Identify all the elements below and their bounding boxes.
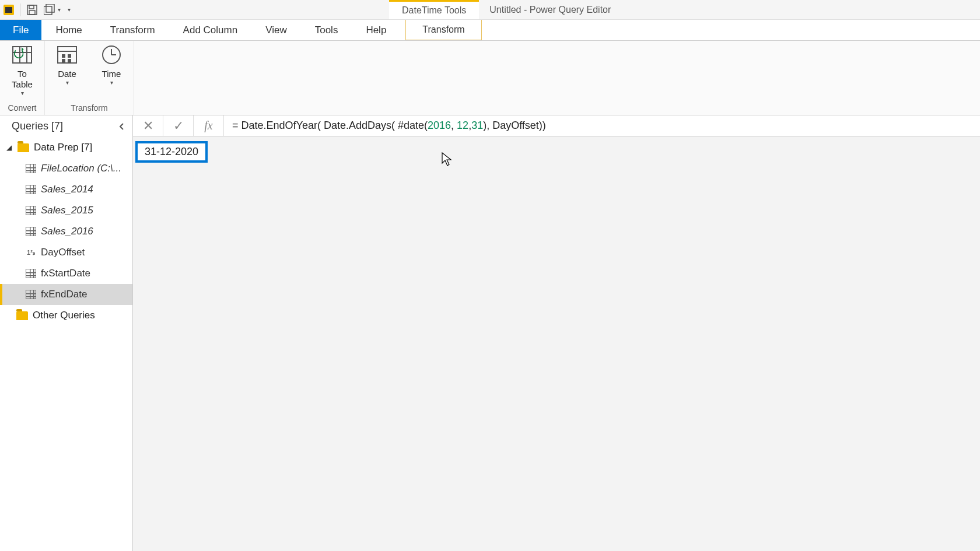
folder-data-prep[interactable]: ◢ Data Prep [7]	[0, 137, 132, 158]
query-item-fxstartdate[interactable]: fxStartDate	[0, 263, 132, 284]
chevron-down-icon: ▾	[58, 6, 61, 13]
ribbon-group-label-convert: Convert	[4, 103, 41, 115]
formula-num-2: 12	[457, 120, 468, 132]
table-icon	[26, 185, 36, 194]
chevron-down-icon: ▾	[48, 79, 86, 86]
chevron-down-icon: ▾	[4, 90, 41, 97]
to-table-label-2: Table	[12, 79, 33, 89]
table-icon	[26, 206, 36, 215]
svg-rect-1	[29, 5, 34, 9]
tab-add-column[interactable]: Add Column	[169, 20, 252, 40]
ribbon-tab-strip: File Home Transform Add Column View Tool…	[0, 20, 980, 41]
query-item-filelocation[interactable]: FileLocation (C:\...	[0, 158, 132, 179]
tab-help[interactable]: Help	[352, 20, 400, 40]
folder-expander-icon[interactable]: ◢	[5, 143, 13, 152]
time-dropdown-button[interactable]: Time ▾	[93, 43, 130, 86]
clock-icon	[102, 45, 121, 64]
to-table-button[interactable]: To Table ▾	[4, 43, 41, 97]
tab-transform[interactable]: Transform	[96, 20, 169, 40]
window-title: Untitled - Power Query Editor	[479, 5, 611, 15]
time-button-label: Time	[102, 69, 121, 79]
query-label: Sales_2015	[41, 205, 93, 216]
mouse-cursor-icon	[441, 152, 453, 169]
ribbon-group-transform: Date ▾ Time ▾ Transform	[45, 41, 134, 115]
title-center: DateTime Tools Untitled - Power Query Ed…	[74, 0, 980, 19]
queries-pane-title: Queries [7]	[12, 120, 63, 132]
save-button[interactable]	[26, 0, 38, 19]
query-label: fxStartDate	[41, 268, 90, 279]
svg-rect-3	[44, 6, 52, 15]
formula-fx-button[interactable]: fx	[194, 115, 224, 136]
date-dropdown-button[interactable]: Date ▾	[48, 43, 86, 86]
formula-commit-button[interactable]: ✓	[163, 115, 194, 136]
query-label: Sales_2014	[41, 184, 93, 195]
fx-icon: fx	[204, 119, 212, 132]
formula-text-suffix: ), DayOffset))	[483, 120, 546, 132]
table-icon	[26, 227, 36, 236]
calendar-icon	[57, 46, 77, 64]
query-item-fxenddate[interactable]: fxEndDate	[0, 284, 132, 305]
table-icon	[26, 164, 36, 173]
svg-rect-2	[29, 10, 35, 15]
tab-file[interactable]: File	[0, 20, 41, 40]
ribbon-group-convert: To Table ▾ Convert	[0, 41, 45, 115]
qat-separator	[20, 3, 20, 16]
query-item-sales-2014[interactable]: Sales_2014	[0, 179, 132, 200]
folder-icon	[18, 143, 29, 152]
date-button-label: Date	[58, 69, 76, 79]
context-tools-title: DateTime Tools	[389, 0, 479, 19]
tab-context-transform[interactable]: Transform	[405, 20, 481, 40]
folder-label: Data Prep [7]	[34, 142, 92, 153]
check-icon: ✓	[173, 118, 184, 134]
folder-icon	[16, 311, 28, 320]
formula-bar: ✕ ✓ fx = Date.EndOfYear( Date.AddDays( #…	[133, 115, 980, 136]
main-area: ✕ ✓ fx = Date.EndOfYear( Date.AddDays( #…	[133, 115, 980, 551]
query-item-sales-2016[interactable]: Sales_2016	[0, 221, 132, 242]
tab-tools[interactable]: Tools	[301, 20, 352, 40]
folder-other-queries[interactable]: Other Queries	[0, 305, 132, 326]
formula-num-3: 31	[471, 120, 483, 132]
to-table-label-1: To	[18, 69, 27, 79]
query-label: fxEndDate	[41, 289, 87, 300]
title-bar: ▾ ▾ DateTime Tools Untitled - Power Quer…	[0, 0, 980, 20]
x-icon: ✕	[143, 118, 153, 134]
query-item-dayoffset[interactable]: 1²₃ DayOffset	[0, 242, 132, 263]
number-icon: 1²₃	[26, 248, 36, 257]
ribbon: To Table ▾ Convert Date ▾ Time ▾ Transfo…	[0, 41, 980, 115]
save-as-button[interactable]: ▾	[44, 0, 61, 19]
tab-view[interactable]: View	[251, 20, 301, 40]
queries-pane-header: Queries [7]	[0, 115, 132, 137]
tab-home[interactable]: Home	[41, 20, 96, 40]
query-label: Sales_2016	[41, 226, 93, 237]
formula-input[interactable]: = Date.EndOfYear( Date.AddDays( #date(20…	[224, 115, 980, 136]
formula-text-prefix: = Date.EndOfYear( Date.AddDays( #date(	[232, 120, 428, 132]
folder-label: Other Queries	[33, 310, 95, 321]
chevron-down-icon: ▾	[93, 79, 130, 86]
query-label: DayOffset	[41, 247, 85, 258]
formula-cancel-button[interactable]: ✕	[133, 115, 163, 136]
collapse-pane-button[interactable]	[116, 121, 128, 132]
formula-num-1: 2016	[428, 120, 451, 132]
qat-customize-icon[interactable]: ▾	[68, 6, 71, 13]
queries-tree[interactable]: ◢ Data Prep [7] FileLocation (C:\... Sal…	[0, 137, 132, 551]
queries-pane: Queries [7] ◢ Data Prep [7] FileLocation…	[0, 115, 133, 551]
ribbon-group-label-transform: Transform	[48, 103, 130, 115]
table-icon	[26, 269, 36, 278]
query-label: FileLocation (C:\...	[41, 163, 121, 174]
result-cell[interactable]: 31-12-2020	[135, 141, 208, 163]
query-item-sales-2015[interactable]: Sales_2015	[0, 200, 132, 221]
table-icon	[26, 290, 36, 299]
svg-rect-4	[46, 4, 54, 12]
app-icon	[4, 5, 14, 15]
quick-access-toolbar: ▾ ▾	[0, 0, 74, 19]
